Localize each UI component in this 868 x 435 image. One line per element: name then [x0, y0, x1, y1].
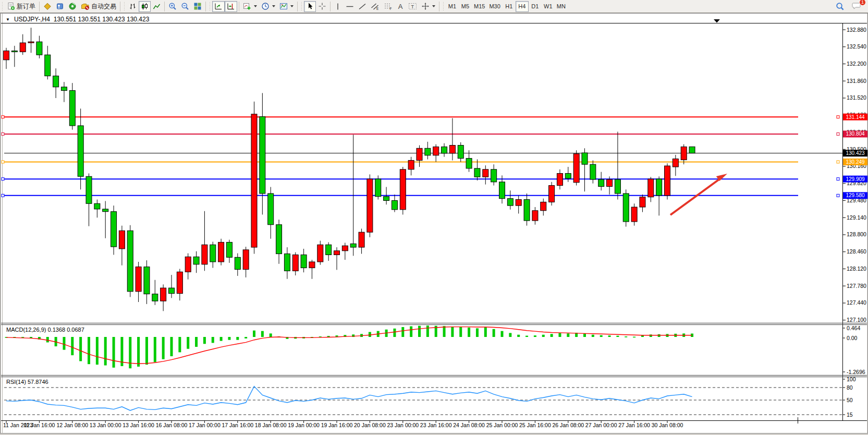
- hline-price-flag-label: 129.580: [846, 192, 865, 198]
- rsi-axis-label: 100: [847, 376, 856, 382]
- hline-handle: [837, 116, 839, 118]
- arrows-icon: [421, 2, 430, 10]
- chart-window-bg: [1, 14, 867, 433]
- time-tick-label: 27 Jan 16:00: [618, 422, 650, 428]
- fibonacci-button[interactable]: F: [382, 1, 395, 12]
- rsi-axis-label: 50: [847, 397, 853, 403]
- navigator-button[interactable]: [66, 1, 79, 12]
- text-button[interactable]: A: [395, 1, 406, 12]
- data-window-icon: [56, 2, 64, 10]
- time-tick-label: 26 Jan 08:00: [552, 422, 584, 428]
- arrows-button[interactable]: [419, 1, 437, 12]
- separator: [39, 2, 40, 11]
- time-tick-label: 19 Jan 00:00: [288, 422, 320, 428]
- price-tick-label: 127.100: [847, 317, 866, 323]
- price-tick-label: 127.780: [847, 283, 866, 289]
- add-indicator-button[interactable]: [241, 1, 259, 12]
- timeframe-m1[interactable]: M1: [446, 1, 459, 12]
- market-watch-icon: [43, 2, 52, 10]
- svg-text:E: E: [376, 7, 379, 10]
- equidistant-channel-icon: E: [371, 2, 380, 10]
- time-tick-label: 20 Jan 08:00: [354, 422, 386, 428]
- separator: [439, 2, 439, 11]
- price-tick-label: 132.880: [847, 27, 866, 33]
- search-icon: [836, 2, 845, 11]
- horizontal-line-icon: [346, 3, 354, 10]
- time-tick-label: 13 Jan 16:00: [123, 422, 154, 428]
- periods-button[interactable]: [259, 1, 277, 12]
- crosshair-icon: [318, 2, 326, 10]
- auto-scroll-icon: [214, 3, 223, 10]
- timeframe-h1[interactable]: H1: [503, 1, 516, 12]
- price-tick-label: 132.200: [847, 61, 866, 67]
- zoom-out-button[interactable]: [179, 1, 191, 12]
- line-chart-icon: [153, 3, 161, 10]
- new-order-button[interactable]: 新订单: [5, 1, 38, 12]
- dropdown-caret: [254, 5, 257, 7]
- data-window-button[interactable]: [54, 1, 66, 12]
- hline-price-flag-label: 130.249: [846, 159, 865, 165]
- price-tick-label: 131.860: [847, 78, 866, 84]
- tile-windows-button[interactable]: [191, 1, 204, 12]
- cursor-button[interactable]: [304, 1, 316, 12]
- auto-trading-label: 自动交易: [91, 2, 116, 11]
- auto-trading-button[interactable]: 自动交易: [79, 1, 118, 12]
- text-label-button[interactable]: T: [406, 1, 419, 12]
- timeframe-m30[interactable]: M30: [487, 1, 502, 12]
- text-label-icon: T: [408, 2, 417, 10]
- timeframe-m15[interactable]: M15: [472, 1, 487, 12]
- candlestick-chart-button[interactable]: [139, 1, 151, 12]
- templates-icon: [279, 2, 288, 10]
- time-tick-label: 12 Jan 08:00: [56, 422, 88, 428]
- horizontal-line-button[interactable]: [344, 1, 356, 12]
- equidistant-channel-button[interactable]: E: [369, 1, 382, 12]
- market-watch-button[interactable]: [41, 1, 54, 12]
- timeframe-mn[interactable]: MN: [555, 1, 568, 12]
- hline-handle: [2, 178, 4, 180]
- trendline-button[interactable]: [356, 1, 369, 12]
- main-toolbar: 新订单 自动交易: [0, 0, 868, 13]
- current-price-flag-label: 130.423: [846, 150, 865, 156]
- timeframe-d1[interactable]: D1: [529, 1, 542, 12]
- fibonacci-icon: F: [384, 2, 393, 10]
- toolbar-grip[interactable]: [123, 2, 126, 11]
- time-tick-label: 24 Jan 08:00: [453, 422, 485, 428]
- time-tick-label: 30 Jan 08:00: [652, 422, 683, 428]
- chart-shift-button[interactable]: [225, 1, 237, 12]
- templates-button[interactable]: [277, 1, 296, 12]
- chat-button[interactable]: 1: [850, 1, 863, 12]
- notification-badge: 1: [859, 0, 866, 6]
- toolbar-grip[interactable]: [1, 2, 4, 11]
- line-chart-button[interactable]: [151, 1, 163, 12]
- toolbar-grip[interactable]: [442, 2, 445, 11]
- time-tick-label: 17 Jan 16:00: [222, 422, 253, 428]
- vertical-line-button[interactable]: [332, 1, 344, 12]
- search-button[interactable]: [834, 1, 847, 12]
- toolbar-grip[interactable]: [300, 2, 303, 11]
- timeframe-h4[interactable]: H4: [516, 1, 529, 12]
- zoom-in-button[interactable]: [166, 1, 179, 12]
- hline-price-flag-label: 129.909: [846, 176, 865, 182]
- price-tick-label: 127.440: [847, 299, 866, 306]
- price-tick-label: 132.540: [847, 43, 866, 50]
- chart-symbol-period: USDJPY-,H4: [14, 16, 50, 23]
- toolbar-grip[interactable]: [209, 2, 211, 11]
- auto-trading-icon: [81, 2, 90, 10]
- dropdown-caret: [290, 5, 294, 7]
- crosshair-button[interactable]: [316, 1, 328, 12]
- auto-scroll-button[interactable]: [212, 1, 225, 12]
- periods-icon: [261, 2, 270, 10]
- separator: [164, 2, 165, 11]
- separator: [297, 2, 298, 11]
- navigator-icon: [68, 2, 77, 10]
- chart-canvas[interactable]: 132.880132.540132.200131.860131.520131.1…: [0, 0, 868, 435]
- hline-handle: [2, 194, 4, 197]
- timeframe-w1[interactable]: W1: [542, 1, 555, 12]
- macd-axis-label: 0.464: [847, 325, 860, 331]
- price-tick-label: 128.460: [847, 248, 866, 255]
- collapse-triangle-icon[interactable]: ▼: [6, 17, 10, 22]
- bar-chart-button[interactable]: [127, 1, 139, 12]
- timeframe-m5[interactable]: M5: [459, 1, 472, 12]
- chart-title: ▼ USDJPY-,H4 130.551 130.551 130.423 130…: [6, 16, 149, 23]
- svg-text:T: T: [411, 4, 414, 9]
